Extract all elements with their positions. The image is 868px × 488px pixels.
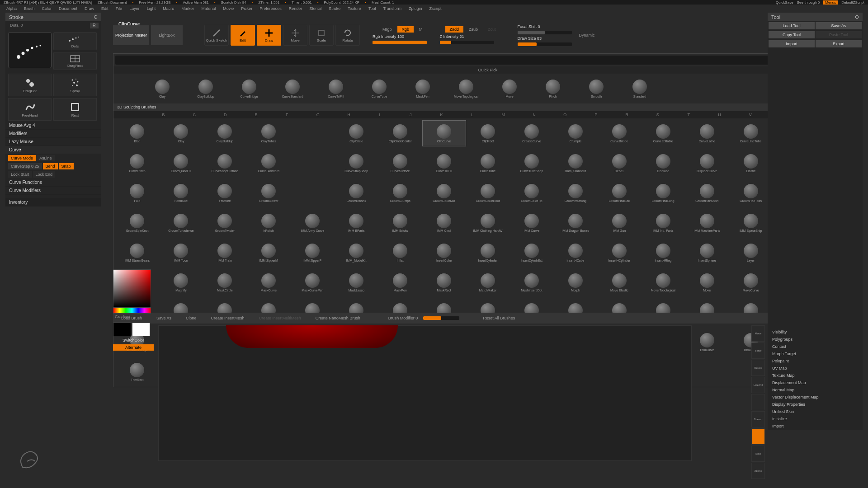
brush-groomcolorroot[interactable]: GroomColorRoot [466, 180, 510, 206]
brush-curvetubesnap[interactable]: CurveTubeSnap [509, 150, 553, 176]
brush-curvestandard[interactable]: CurveStandard [247, 150, 291, 176]
alpha-U[interactable]: U [704, 113, 735, 117]
canvas[interactable] [158, 325, 692, 461]
menu-alpha[interactable]: Alpha [3, 6, 20, 11]
brush-immmodelkit[interactable]: IMM_ModelKit [335, 239, 378, 266]
brush-immarmycurve[interactable]: IMM Army Curve [291, 210, 335, 236]
brush-groomturbulence[interactable]: GroomTurbulence [159, 210, 203, 236]
brush-immdragonbones[interactable]: IMM Dragon Bones [553, 210, 597, 236]
zcut-btn[interactable]: Zcut [483, 26, 500, 33]
brush-hpolish[interactable]: hPolish [247, 210, 291, 236]
menu-document[interactable]: Document [55, 6, 81, 11]
brush-immzipperp[interactable]: IMM ZipperP [291, 239, 335, 266]
rtool-rotate[interactable]: Rotate [751, 360, 765, 376]
brush-inflat[interactable]: Inflat [378, 239, 422, 266]
menu-picker[interactable]: Picker [237, 6, 256, 11]
create-nanomesh-btn[interactable]: Create NanoMesh Brush [311, 314, 365, 322]
seethrough[interactable]: See-through 0 [797, 0, 820, 5]
brush-groomhairlong[interactable]: GroomHairLong [641, 180, 685, 206]
m-btn[interactable]: M [415, 26, 427, 33]
alpha-M[interactable]: M [488, 113, 519, 117]
brush-fracture[interactable]: Fracture [203, 180, 247, 206]
curve-modifiers[interactable]: Curve Modifiers [5, 187, 101, 195]
quickpick-clay[interactable]: Clay [141, 75, 184, 102]
tool-section-vector-displacement-map[interactable]: Vector Displacement Map [768, 394, 863, 401]
brush-groomerstrong[interactable]: GroomerStrong [553, 180, 597, 206]
move-btn[interactable]: Move [283, 25, 307, 46]
alpha-B[interactable]: B [148, 113, 179, 117]
panel-pin-icon[interactable]: ⊙ [94, 14, 98, 20]
z-intensity-slider[interactable] [440, 41, 494, 44]
brush-immmachineparts[interactable]: IMM MachineParts [685, 210, 729, 236]
quickpick-move[interactable]: Move [488, 75, 531, 102]
alpha-V[interactable]: V [735, 113, 766, 117]
tool-section-contact[interactable]: Contact [768, 343, 863, 350]
curve-mode-btn[interactable]: Curve Mode [8, 155, 36, 161]
brush-groomclumps[interactable]: GroomClumps [378, 180, 422, 206]
tool-pin-icon[interactable]: ⊙ [855, 14, 859, 20]
brush-trimlasso[interactable]: TrimLasso [729, 329, 773, 355]
rtool-scale[interactable]: Scale [751, 343, 765, 359]
brush-clay[interactable]: Clay [159, 120, 203, 146]
quickpick-movetopological[interactable]: Move Topological [444, 75, 488, 102]
menu-edit[interactable]: Edit [98, 6, 112, 11]
brush-meshinsertdot[interactable]: MeshInsert Dot [509, 269, 553, 296]
create-insertmesh-btn[interactable]: Create InsertMesh [207, 314, 249, 322]
quickpick-curvebridge[interactable]: CurveBridge [227, 75, 271, 102]
alpha-C[interactable]: C [179, 113, 210, 117]
brush-curvelathe[interactable]: CurveLathe [685, 120, 729, 146]
focal-shift[interactable]: Focal Shift 0 [518, 24, 572, 29]
tool-section-unified-skin[interactable]: Unified Skin [768, 408, 863, 415]
alpha-J[interactable]: J [395, 113, 426, 117]
brush-groomtwister[interactable]: GroomTwister [203, 210, 247, 236]
alpha-F[interactable]: F [272, 113, 302, 117]
rtool-move[interactable]: Move [751, 325, 765, 342]
menu-brush[interactable]: Brush [20, 6, 38, 11]
brush-insertsphere[interactable]: InsertSphere [685, 239, 729, 266]
color-swatch-white[interactable] [132, 323, 150, 336]
brush-morph[interactable]: Morph [553, 269, 597, 296]
default-script[interactable]: DefaultZScript [841, 0, 864, 5]
brush-crumple[interactable]: Crumple [553, 120, 597, 146]
alpha-K[interactable]: K [426, 113, 457, 117]
brush-immzipperm[interactable]: IMM ZipperM [247, 239, 291, 266]
brush-groomhairtoss[interactable]: GroomHairToss [729, 180, 773, 206]
brush-layer[interactable]: Layer [729, 239, 773, 266]
alpha-R[interactable]: R [611, 113, 642, 117]
tool-section-texture-map[interactable]: Texture Map [768, 372, 863, 379]
rtool-btn6[interactable] [751, 428, 765, 445]
quickpick-standard[interactable]: Standard [618, 75, 661, 102]
brush-immtoon[interactable]: IMM Toon [159, 239, 203, 266]
brush-curvesurface[interactable]: CurveSurface [378, 150, 422, 176]
brush-clipcirclecenter[interactable]: ClipCircleCenter [378, 120, 422, 146]
tool-section-polygroups[interactable]: Polygroups [768, 336, 863, 343]
brush-move[interactable]: Move [685, 269, 729, 296]
menu-movie[interactable]: Movie [219, 6, 237, 11]
alpha-N[interactable]: N [519, 113, 549, 117]
draw-size[interactable]: Draw Size 83 [518, 36, 572, 41]
brush-matchmaker[interactable]: MatchMaker [466, 269, 510, 296]
quick-sketch-btn[interactable]: Quick Sketch [204, 25, 229, 46]
brush-claytubes[interactable]: ClayTubes [247, 120, 291, 146]
menu-light[interactable]: Light [143, 6, 160, 11]
brush-groomspinknot[interactable]: GroomSpinKnot [115, 210, 159, 236]
alpha-S[interactable]: S [642, 113, 673, 117]
rtool-xpose[interactable]: Xpose [751, 463, 765, 479]
brush-curvelinetube[interactable]: CurveLineTube [729, 120, 773, 146]
asline-btn[interactable]: AsLine [37, 155, 55, 161]
menus-toggle[interactable]: Menus [823, 0, 838, 5]
brush-damstandard[interactable]: Dam_Standard [553, 150, 597, 176]
brush-curvepinch[interactable]: CurvePinch [115, 150, 159, 176]
save-as-tool-btn[interactable]: Save As [816, 22, 862, 29]
drawsize-slider[interactable] [518, 42, 572, 46]
menu-stroke[interactable]: Stroke [325, 6, 344, 11]
menu-render[interactable]: Render [285, 6, 306, 11]
tool-section-normal-map[interactable]: Normal Map [768, 386, 863, 394]
brush-curvestrapsnap[interactable]: CurveStrapSnap [335, 150, 378, 176]
tool-section-visibility[interactable]: Visibility [768, 328, 863, 336]
menu-color[interactable]: Color [38, 6, 56, 11]
projection-master-btn[interactable]: Projection Master [113, 25, 149, 45]
brush-immcind[interactable]: IMM Cind [422, 210, 466, 236]
lock-start-btn[interactable]: Lock Start [8, 171, 32, 178]
tool-section-initialize[interactable]: Initialize [768, 415, 863, 422]
